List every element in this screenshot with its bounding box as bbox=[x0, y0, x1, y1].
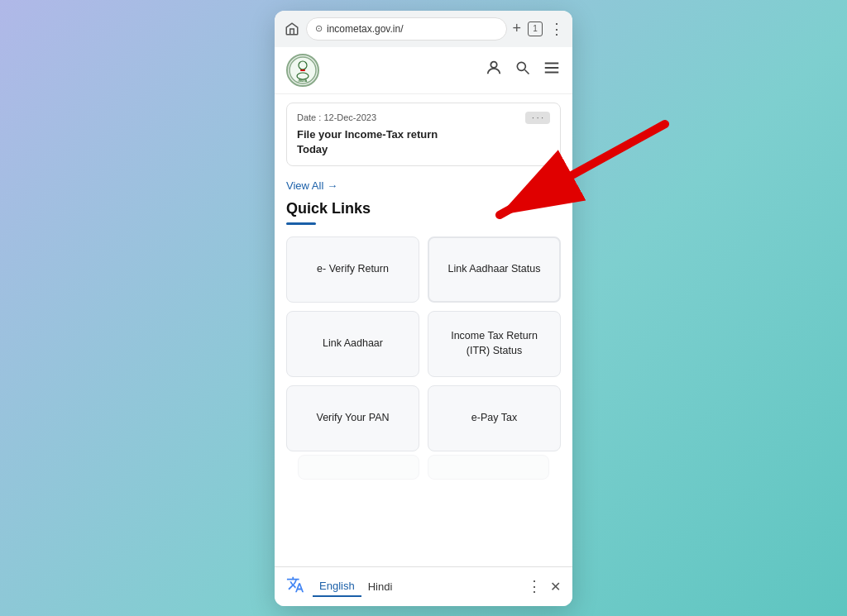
secure-icon: ⊙ bbox=[315, 23, 323, 34]
translate-close-icon[interactable]: ✕ bbox=[550, 579, 561, 595]
svg-line-9 bbox=[525, 70, 529, 74]
hindi-option[interactable]: Hindi bbox=[361, 577, 400, 596]
svg-text:INDIA: INDIA bbox=[299, 79, 308, 83]
new-tab-button[interactable]: + bbox=[512, 20, 521, 37]
translate-bar-actions: ⋮ ✕ bbox=[527, 577, 561, 595]
quick-links-section: Quick Links e- Verify Return Link Aadhaa… bbox=[275, 200, 572, 488]
partial-card-right bbox=[428, 455, 549, 480]
partial-cards bbox=[286, 455, 561, 480]
svg-point-7 bbox=[490, 62, 496, 68]
translate-more-icon[interactable]: ⋮ bbox=[527, 577, 542, 595]
quick-links-grid: e- Verify Return Link Aadhaar Status Lin… bbox=[286, 236, 561, 451]
site-header: INDIA bbox=[275, 47, 572, 94]
home-icon[interactable] bbox=[283, 20, 301, 38]
english-option[interactable]: English bbox=[313, 576, 361, 597]
svg-rect-5 bbox=[300, 69, 305, 71]
announcement-title: File your Income-Tax return Today bbox=[297, 127, 550, 157]
announcement-date: Date : 12-Dec-2023 · · · bbox=[297, 112, 550, 124]
partial-card-left bbox=[298, 455, 419, 480]
announcement-badge: · · · bbox=[525, 112, 550, 124]
quick-links-title: Quick Links bbox=[286, 200, 561, 217]
url-text: incometax.gov.in/ bbox=[327, 23, 404, 35]
browser-menu-button[interactable]: ⋮ bbox=[549, 20, 564, 38]
quick-link-e-verify[interactable]: e- Verify Return bbox=[286, 236, 419, 303]
hamburger-menu-icon[interactable] bbox=[543, 59, 561, 81]
browser-chrome: ⊙ incometax.gov.in/ + 1 ⋮ bbox=[275, 11, 572, 47]
tab-count-button[interactable]: 1 bbox=[528, 21, 543, 36]
quick-link-e-pay-tax[interactable]: e-Pay Tax bbox=[428, 385, 561, 451]
quick-link-link-aadhaar[interactable]: Link Aadhaar bbox=[286, 311, 419, 377]
address-bar[interactable]: ⊙ incometax.gov.in/ bbox=[306, 17, 507, 41]
quick-link-verify-pan[interactable]: Verify Your PAN bbox=[286, 385, 419, 451]
user-icon[interactable] bbox=[485, 59, 503, 81]
view-all-link[interactable]: View All → bbox=[286, 179, 561, 192]
site-logo: INDIA bbox=[286, 54, 319, 87]
translation-bar: English Hindi ⋮ ✕ bbox=[275, 566, 572, 606]
page-content: Date : 12-Dec-2023 · · · File your Incom… bbox=[275, 94, 572, 566]
translate-options: English Hindi bbox=[313, 576, 519, 597]
search-icon[interactable] bbox=[514, 60, 531, 80]
view-all-row: View All → bbox=[275, 174, 572, 200]
quick-links-underline bbox=[286, 222, 316, 225]
quick-link-aadhaar-status[interactable]: Link Aadhaar Status bbox=[428, 236, 561, 303]
svg-point-8 bbox=[517, 62, 525, 70]
quick-link-itr-status[interactable]: Income Tax Return (ITR) Status bbox=[428, 311, 561, 377]
translate-icon bbox=[286, 575, 304, 598]
announcement-card: Date : 12-Dec-2023 · · · File your Incom… bbox=[286, 103, 561, 166]
